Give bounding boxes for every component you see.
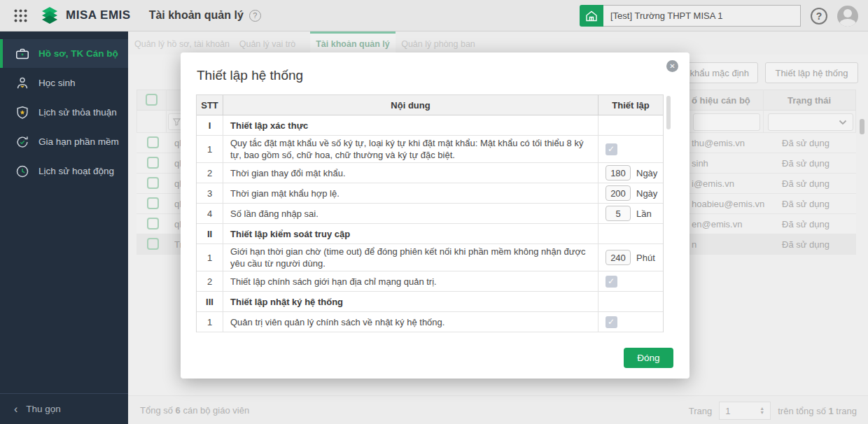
briefcase-icon	[15, 46, 30, 62]
settings-row: 1 Quản trị viên quản lý chính sách về nh…	[197, 312, 663, 332]
brand-text: MISA EMIS	[66, 8, 131, 22]
modal-scrollbar[interactable]	[666, 96, 671, 129]
topbar-right: [Test] Trường THPT MISA 1 ?	[580, 0, 858, 31]
settings-section-row: I Thiết lập xác thực	[197, 115, 663, 136]
sidebar-item-hoc-sinh[interactable]: Học sinh	[0, 69, 128, 97]
help-icon[interactable]: ?	[811, 8, 827, 24]
settings-row: 3 Thời gian mật khẩu hợp lệ. Ngày	[197, 183, 663, 204]
title-help-icon[interactable]: ?	[249, 10, 261, 22]
sidebar-item-label: Lịch sử thỏa thuận	[38, 107, 117, 118]
sidebar-item-lich-su-thoa-thuan[interactable]: Lịch sử thỏa thuận	[0, 98, 128, 127]
setting-value-input[interactable]	[606, 206, 631, 221]
setting-value-input[interactable]	[606, 185, 631, 201]
col-content: Nội dung	[223, 95, 598, 115]
sidebar-item-label: Gia hạn phần mềm	[38, 136, 119, 147]
settings-row: 4 Số lần đăng nhập sai. Lần	[197, 204, 663, 224]
app-window: MISA EMIS Tài khoản quản lý ? [Test] Trư…	[0, 0, 868, 424]
settings-section-row: II Thiết lập kiểm soát truy cập	[197, 224, 663, 244]
setting-checkbox[interactable]	[606, 276, 617, 288]
sidebar: Hồ sơ, TK Cán bộ Học sinh Lịch sử thỏa t…	[0, 31, 128, 424]
close-icon[interactable]: ✕	[666, 60, 678, 72]
col-setting: Thiết lập	[598, 95, 663, 115]
settings-table-header: STT Nội dung Thiết lập	[197, 95, 663, 115]
sidebar-item-ho-so-tk-can-bo[interactable]: Hồ sơ, TK Cán bộ	[0, 39, 128, 68]
unit-label: Ngày	[636, 168, 657, 178]
system-settings-modal: ✕ Thiết lập hệ thống STT Nội dung Thiết …	[181, 52, 690, 379]
sidebar-collapse-button[interactable]: ‹ Thu gọn	[0, 393, 128, 424]
unit-label: Phút	[636, 253, 655, 263]
app-grid-icon[interactable]	[11, 6, 29, 24]
sidebar-item-gia-han-phan-mem[interactable]: Gia hạn phần mềm	[0, 127, 128, 156]
shield-star-icon	[15, 105, 30, 120]
clock-icon	[15, 164, 30, 179]
collapse-label: Thu gọn	[26, 404, 61, 414]
misa-logo-icon	[39, 6, 60, 25]
settings-table: STT Nội dung Thiết lập I Thiết lập xác t…	[196, 94, 664, 332]
avatar[interactable]	[837, 6, 858, 27]
school-name[interactable]: [Test] Trường THPT MISA 1	[603, 5, 801, 27]
settings-row: 1 Giới hạn thời gian chờ (time out) để đ…	[197, 244, 663, 271]
setting-value-input[interactable]	[606, 250, 631, 265]
student-icon	[15, 76, 30, 91]
close-button[interactable]: Đóng	[624, 348, 673, 368]
settings-row: 2 Thời gian thay đổi mật khẩu. Ngày	[197, 163, 663, 183]
unit-label: Lần	[636, 209, 652, 219]
page-title: Tài khoản quản lý	[149, 9, 244, 22]
settings-section-row: III Thiết lập nhật ký hệ thống	[197, 292, 663, 312]
settings-row: 2 Thiết lập chính sách giới hạn địa chỉ …	[197, 271, 663, 292]
topbar: MISA EMIS Tài khoản quản lý ? [Test] Trư…	[0, 0, 868, 31]
setting-value-input[interactable]	[606, 165, 631, 181]
school-home-icon	[580, 5, 603, 27]
unit-label: Ngày	[636, 188, 657, 199]
sidebar-item-label: Lịch sử hoạt động	[38, 166, 114, 176]
renew-check-icon	[15, 134, 30, 150]
setting-checkbox[interactable]	[606, 143, 617, 155]
settings-row: 1 Quy tắc đặt mật khẩu về số ký tự, loại…	[197, 136, 663, 163]
modal-title: Thiết lập hệ thống	[197, 68, 303, 83]
misa-emis-logo: MISA EMIS	[39, 6, 131, 25]
sidebar-item-label: Hồ sơ, TK Cán bộ	[38, 48, 118, 59]
chevron-left-icon: ‹	[14, 403, 18, 416]
school-selector[interactable]: [Test] Trường THPT MISA 1	[580, 5, 801, 27]
sidebar-item-lich-su-hoat-dong[interactable]: Lịch sử hoạt động	[0, 157, 128, 185]
col-stt: STT	[197, 95, 223, 115]
sidebar-item-label: Học sinh	[38, 78, 76, 88]
setting-checkbox[interactable]	[606, 316, 617, 328]
